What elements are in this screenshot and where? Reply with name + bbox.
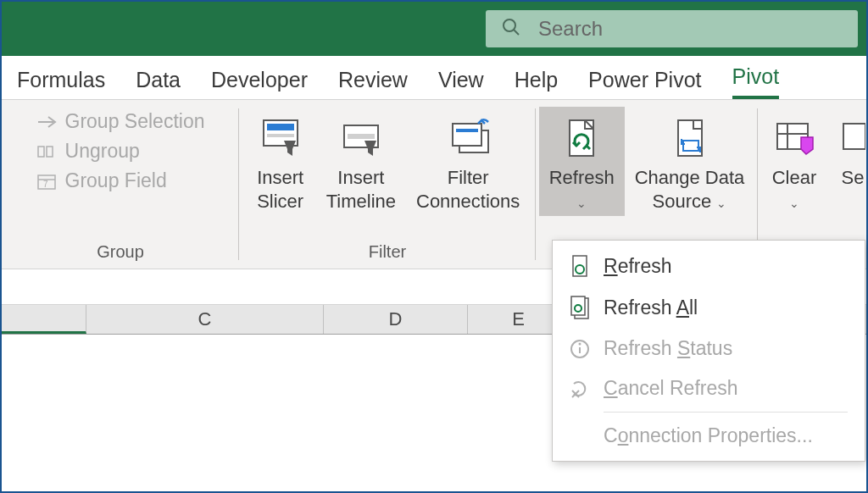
change-data-source-icon [670,112,710,163]
ribbon-group-filter: Insert Slicer Insert Timeline Filter Con… [239,100,536,269]
svg-line-1 [514,30,519,35]
column-header-c[interactable]: C [86,305,324,334]
insert-timeline-button[interactable]: Insert Timeline [316,107,406,216]
svg-rect-3 [38,147,44,157]
group-field-button: 7 Group Field [36,169,205,192]
filter-connections-icon [444,112,492,163]
refresh-dropdown-menu: Refresh Refresh All Refresh Status Cance… [552,240,865,462]
refresh-button[interactable]: Refresh⌄ [539,107,625,216]
svg-rect-10 [267,134,294,137]
group-selection-label: Group Selection [65,110,205,133]
tab-view[interactable]: View [438,68,484,99]
svg-rect-12 [348,134,375,139]
info-icon [568,339,592,359]
group-filter-label: Filter [369,239,406,265]
insert-timeline-label: Insert Timeline [326,166,396,213]
menu-item-refresh-all[interactable]: Refresh All [553,286,865,329]
timeline-icon [339,112,383,163]
refresh-icon [561,112,602,163]
column-header-d[interactable]: D [324,305,468,334]
ribbon-group-group: Group Selection Ungroup 7 Group Field Gr… [2,100,239,269]
group-field-label: Group Field [65,169,167,192]
ungroup-icon [36,143,58,160]
tab-formulas[interactable]: Formulas [17,68,105,99]
menu-item-connection-properties: Connection Properties... [553,416,865,456]
select-button[interactable]: Se [830,107,865,216]
clear-button[interactable]: Clear⌄ [759,107,830,216]
cancel-refresh-icon [568,379,592,399]
arrow-right-icon [36,114,58,130]
ribbon-tabs: Formulas Data Developer Review View Help… [2,56,866,100]
svg-rect-15 [456,129,478,132]
tab-pivot[interactable]: Pivot [732,64,780,99]
tab-review[interactable]: Review [338,68,408,99]
menu-separator [604,412,848,413]
menu-connection-props-label: Connection Properties... [604,424,813,447]
menu-refresh-all-label: Refresh All [604,296,698,319]
search-box[interactable] [486,10,858,47]
svg-rect-9 [267,124,294,130]
svg-rect-14 [453,124,481,146]
svg-point-25 [579,342,581,345]
change-data-source-button[interactable]: Change Data Source ⌄ [625,107,755,216]
slicer-icon [259,112,303,163]
chevron-down-icon: ⌄ [789,197,799,210]
insert-slicer-button[interactable]: Insert Slicer [245,107,316,216]
refresh-all-icon [568,295,592,320]
svg-rect-20 [843,124,865,149]
group-selection-button: Group Selection [36,110,205,133]
svg-point-0 [504,19,515,31]
menu-item-refresh[interactable]: Refresh [553,246,865,286]
tab-help[interactable]: Help [515,68,558,99]
select-label: Se [842,167,865,188]
group-group-label: Group [97,239,144,265]
clear-label: Clear [772,167,817,188]
menu-cancel-refresh-label: Cancel Refresh [604,377,738,400]
search-icon [501,17,521,41]
svg-text:7: 7 [43,180,48,189]
menu-item-cancel-refresh: Cancel Refresh [553,368,865,408]
tab-developer[interactable]: Developer [211,68,308,99]
filter-connections-label: Filter Connections [416,166,520,213]
calendar-icon: 7 [36,172,58,191]
ungroup-label: Ungroup [65,140,140,163]
change-data-source-label: Change Data Source [635,167,745,212]
menu-item-refresh-status: Refresh Status [553,329,865,368]
ungroup-button: Ungroup [36,140,205,163]
insert-slicer-label: Insert Slicer [257,166,303,213]
chevron-down-icon: ⌄ [576,197,587,210]
svg-rect-4 [47,147,53,157]
title-bar [2,2,866,56]
select-all-corner[interactable] [2,305,86,334]
tab-data[interactable]: Data [136,68,181,99]
chevron-down-icon: ⌄ [716,197,726,210]
tab-powerpivot[interactable]: Power Pivot [588,68,701,99]
clear-icon [772,112,816,163]
filter-connections-button[interactable]: Filter Connections [406,107,530,216]
refresh-icon [568,254,592,278]
select-icon [840,112,865,163]
menu-refresh-status-label: Refresh Status [604,337,732,360]
menu-refresh-label: Refresh [604,255,672,278]
search-input[interactable] [538,17,843,41]
refresh-label: Refresh [549,167,615,188]
